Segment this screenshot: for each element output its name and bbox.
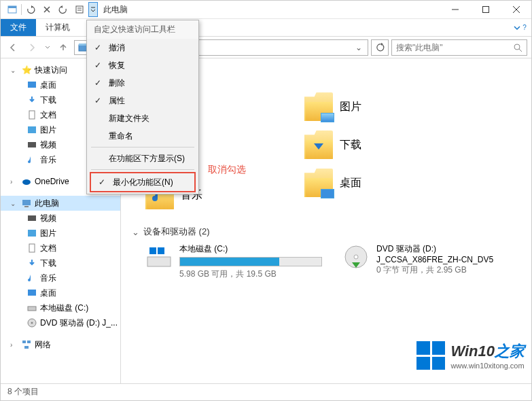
maximize-button[interactable] — [470, 1, 501, 19]
document-icon — [26, 109, 37, 120]
folder-label: 下载 — [340, 138, 361, 152]
download-icon — [26, 94, 37, 105]
nav-history-dropdown[interactable] — [43, 39, 52, 56]
folder-label: 图片 — [340, 100, 361, 114]
check-icon: ✓ — [92, 78, 103, 88]
svg-rect-28 — [147, 257, 171, 266]
desktop-icon — [321, 189, 334, 198]
sidebar-network[interactable]: ›网络 — [1, 337, 120, 352]
ribbon-file-tab[interactable]: 文件 — [1, 19, 36, 36]
menu-item-minimize-ribbon[interactable]: ✓最小化功能区(N) — [91, 173, 194, 191]
status-item-count: 8 个项目 — [7, 386, 39, 398]
navigation-bar: ⌄ — [1, 37, 531, 58]
cloud-icon — [21, 176, 32, 187]
sidebar-this-pc[interactable]: ⌄此电脑 — [1, 196, 120, 211]
sidebar-pc-documents[interactable]: 文档 — [1, 241, 120, 256]
menu-item-redo[interactable]: ✓恢复 — [87, 56, 198, 74]
drive-name: DVD 驱动器 (D:) — [376, 243, 519, 255]
svg-rect-13 — [28, 126, 36, 133]
dvd-icon — [26, 317, 37, 328]
music-icon — [26, 273, 37, 283]
drive-usage-text: 5.98 GB 可用，共 19.5 GB — [179, 268, 322, 280]
video-icon — [26, 213, 37, 224]
menu-item-properties[interactable]: ✓属性 — [87, 92, 198, 109]
svg-rect-21 — [28, 290, 36, 296]
drive-d[interactable]: DVD 驱动器 (D:) J_CCSA_X86FRE_ZH-CN_DV5 0 字… — [342, 243, 519, 280]
sidebar-pc-desktop[interactable]: 桌面 — [1, 285, 120, 300]
svg-rect-27 — [24, 346, 29, 349]
check-icon: ✓ — [92, 60, 103, 70]
close-button[interactable] — [501, 1, 531, 19]
svg-rect-1 — [8, 6, 16, 8]
qat-undo-icon[interactable] — [23, 2, 38, 17]
windows-logo-icon — [416, 341, 445, 370]
svg-rect-12 — [29, 111, 35, 119]
sidebar-pc-videos[interactable]: 视频 — [1, 211, 120, 226]
nav-up-button[interactable] — [55, 39, 71, 56]
download-icon — [26, 258, 37, 268]
nav-forward-button[interactable] — [24, 39, 40, 56]
window-title: 此电脑 — [103, 4, 128, 16]
drive-c[interactable]: 本地磁盘 (C:) 5.98 GB 可用，共 19.5 GB — [145, 243, 322, 280]
window-controls — [440, 1, 531, 19]
check-icon: ✓ — [92, 43, 103, 52]
svg-rect-25 — [22, 341, 26, 343]
check-icon: ✓ — [96, 177, 107, 187]
watermark: Win10之家 www.win10xitong.com — [416, 341, 525, 370]
qat-app-icon[interactable] — [5, 2, 20, 17]
ribbon-computer-tab[interactable]: 计算机 — [36, 19, 79, 36]
drive-label: J_CCSA_X86FRE_ZH-CN_DV5 — [376, 255, 519, 264]
svg-point-24 — [31, 322, 33, 324]
qat-customize-menu: 自定义快速访问工具栏 ✓撤消 ✓恢复 ✓删除 ✓属性 新建文件夹 重命名 在功能… — [86, 20, 199, 194]
menu-item-newfolder[interactable]: 新建文件夹 — [87, 109, 198, 127]
minimize-button[interactable] — [440, 1, 470, 19]
menu-separator — [91, 169, 194, 170]
menu-item-delete[interactable]: ✓删除 — [87, 74, 198, 92]
desktop-icon — [26, 80, 37, 90]
download-arrow-icon — [310, 136, 327, 154]
qat-redo-icon[interactable] — [56, 2, 71, 17]
folder-desktop[interactable]: 桌面 — [304, 169, 467, 197]
svg-rect-26 — [27, 341, 31, 343]
picture-icon — [26, 228, 37, 239]
status-bar: 8 个项目 — [1, 383, 531, 400]
nav-back-button[interactable] — [5, 39, 21, 56]
svg-rect-2 — [76, 6, 83, 13]
network-icon — [21, 339, 32, 350]
qat-properties-icon[interactable] — [72, 2, 87, 17]
menu-item-show-below[interactable]: 在功能区下方显示(S) — [87, 150, 198, 167]
svg-rect-16 — [22, 200, 31, 205]
search-box[interactable] — [391, 39, 527, 56]
section-devices-header[interactable]: ⌄设备和驱动器 (2) — [132, 226, 520, 238]
svg-rect-30 — [158, 247, 164, 254]
sidebar-drive-d[interactable]: DVD 驱动器 (D:) J_... — [1, 315, 120, 330]
svg-rect-11 — [28, 82, 36, 88]
drive-usage-text: 0 字节 可用，共 2.95 GB — [376, 264, 519, 276]
document-icon — [26, 243, 37, 254]
menu-title: 自定义快速访问工具栏 — [87, 20, 198, 39]
star-icon: ⭐ — [21, 65, 32, 75]
drive-icon — [26, 302, 37, 313]
address-dropdown-icon[interactable]: ⌄ — [353, 43, 365, 52]
sidebar-pc-pictures[interactable]: 图片 — [1, 226, 120, 241]
folder-pictures[interactable]: 图片 — [304, 92, 467, 121]
annotation-text: 取消勾选 — [208, 164, 246, 176]
title-bar: 此电脑 — [1, 1, 531, 19]
menu-item-rename[interactable]: 重命名 — [87, 127, 198, 145]
dvd-icon — [342, 243, 370, 271]
menu-item-undo[interactable]: ✓撤消 — [87, 39, 198, 56]
refresh-button[interactable] — [371, 39, 389, 56]
svg-rect-29 — [149, 247, 156, 254]
folder-downloads[interactable]: 下载 — [304, 130, 467, 159]
sidebar-pc-downloads[interactable]: 下载 — [1, 256, 120, 271]
ribbon-expand-button[interactable]: ? — [508, 19, 531, 36]
drive-name: 本地磁盘 (C:) — [179, 243, 322, 255]
svg-point-9 — [514, 44, 520, 50]
sidebar-drive-c[interactable]: 本地磁盘 (C:) — [1, 300, 120, 315]
qat-delete-icon[interactable] — [39, 2, 54, 17]
search-input[interactable] — [396, 43, 513, 52]
video-icon — [26, 139, 37, 150]
svg-rect-19 — [28, 230, 36, 237]
sidebar-pc-music[interactable]: 音乐 — [1, 271, 120, 285]
qat-customize-dropdown[interactable] — [88, 2, 98, 17]
